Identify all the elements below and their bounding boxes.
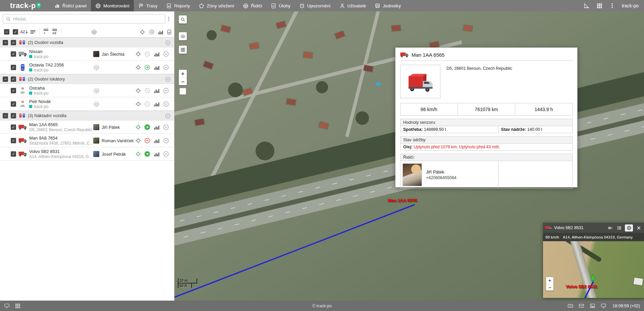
visibility-button[interactable] <box>179 32 187 40</box>
fullscreen-button[interactable] <box>3 302 11 310</box>
panel-button[interactable] <box>566 302 574 310</box>
search-input[interactable] <box>13 16 162 21</box>
follow-button-active[interactable] <box>135 124 141 130</box>
row-checkbox[interactable] <box>11 138 16 143</box>
vehicle-heading-marker[interactable] <box>589 274 596 281</box>
map-mode-button-active[interactable] <box>625 224 633 231</box>
group-header-nakladni-vozidla[interactable]: (3) Nákladní vozidla <box>0 111 174 120</box>
select-all-checkbox[interactable] <box>11 28 19 36</box>
vehicle-row-nissan[interactable]: Nissan track-po Jan Šlechta <box>0 47 174 61</box>
stats-button[interactable] <box>154 64 160 70</box>
chevron-down-icon[interactable] <box>163 138 169 144</box>
zoom-out-button[interactable]: − <box>546 284 553 291</box>
nav-item-monitoring[interactable]: Monitorování <box>91 0 134 11</box>
stats-button[interactable] <box>154 124 160 130</box>
chevron-down-icon[interactable] <box>163 124 169 130</box>
follow-button-active[interactable] <box>135 151 141 157</box>
stats-button[interactable] <box>154 151 160 157</box>
row-checkbox[interactable] <box>11 88 16 93</box>
zoom-out-button[interactable]: − <box>179 77 187 85</box>
drivers-column-button[interactable] <box>90 28 98 36</box>
row-checkbox[interactable] <box>11 124 16 130</box>
grouping-button[interactable] <box>29 28 37 36</box>
vehicle-row-octavia[interactable]: Octavia 7A2 2356 track-po <box>0 61 174 74</box>
follow-button[interactable] <box>135 64 141 70</box>
group-select-checkbox[interactable] <box>11 40 16 45</box>
stats-column-button[interactable] <box>157 28 165 36</box>
details-button[interactable] <box>616 225 623 231</box>
layers-button[interactable] <box>179 46 187 54</box>
expand-list-button[interactable]: + <box>42 28 50 36</box>
group-collapse-checkbox[interactable] <box>3 40 8 45</box>
vehicle-row-volvo[interactable]: Volvo 5B2 8531 A14, Althen-Kleinpösna 04… <box>0 147 174 161</box>
account-name[interactable]: track-po <box>622 3 639 8</box>
chevron-down-icon[interactable] <box>165 113 171 119</box>
collapse-all-checkbox[interactable] <box>3 28 11 36</box>
chevron-down-icon[interactable] <box>165 76 171 82</box>
apps-button[interactable] <box>13 302 21 310</box>
close-button[interactable] <box>635 225 642 231</box>
group-collapse-checkbox[interactable] <box>3 113 8 118</box>
nav-item-drivers[interactable]: Řidiči <box>238 0 266 11</box>
row-checkbox[interactable] <box>11 101 16 107</box>
details-column-button[interactable] <box>165 28 173 36</box>
map-canvas[interactable]: Man 1AA 6565 + − 10 m 50 ft Man 1AA 6565… <box>174 11 644 301</box>
overview-map-toggle[interactable] <box>179 88 186 95</box>
nav-item-units[interactable]: Jednotky <box>370 0 405 11</box>
motion-column-button[interactable] <box>148 28 156 36</box>
group-select-checkbox[interactable] <box>11 113 16 118</box>
chevron-down-icon[interactable] <box>163 151 169 157</box>
follow-button[interactable] <box>135 101 141 107</box>
nav-item-reports[interactable]: Reporty <box>162 0 194 11</box>
group-select-checkbox[interactable] <box>11 76 16 82</box>
nav-item-notifications[interactable]: Upozornění <box>295 0 335 11</box>
chevron-down-icon[interactable] <box>163 101 169 107</box>
nav-item-dashboard[interactable]: Řídící panel <box>50 0 91 11</box>
stats-button[interactable] <box>154 138 160 144</box>
sort-az-button[interactable]: AZ <box>20 28 28 36</box>
driver-avatar <box>93 138 99 144</box>
measure-button[interactable] <box>582 1 591 10</box>
chevron-down-icon[interactable] <box>165 40 171 46</box>
nav-item-tracks[interactable]: Trasy <box>134 0 162 11</box>
locator-row-petr-novak[interactable]: Petr Novák track-po <box>0 97 174 111</box>
zoom-in-button[interactable]: + <box>179 70 187 77</box>
display-button[interactable] <box>599 302 607 310</box>
follow-button[interactable] <box>135 138 141 144</box>
nav-item-tasks[interactable]: Úlohy <box>266 0 295 11</box>
row-checkbox[interactable] <box>11 151 16 157</box>
chevron-down-icon[interactable] <box>163 64 169 70</box>
follow-column-button[interactable] <box>138 28 146 36</box>
follow-button[interactable] <box>135 51 141 57</box>
group-header-osobni-vozidla[interactable]: (2) Osobní vozidla <box>0 38 174 47</box>
row-checkbox[interactable] <box>11 65 16 70</box>
vehicle-row-man-1aa[interactable]: Man 1AA 6565 D5, 26601 Beroun, Czech Rep… <box>0 120 174 134</box>
search-options-button[interactable] <box>165 16 172 21</box>
mini-map[interactable]: Volvo 5B2 8531 + − <box>543 241 644 298</box>
video-button[interactable] <box>607 225 613 231</box>
stats-button[interactable] <box>154 51 160 57</box>
nav-item-users[interactable]: Uživatelé <box>335 0 371 11</box>
row-checkbox[interactable] <box>11 51 16 57</box>
vehicle-row-man-9a8[interactable]: Man 9A8 7654 Strážnická 3438, 27601 Měln… <box>0 134 174 147</box>
group-header-osobni-lokatory[interactable]: (2) Osobní lokátory <box>0 74 174 84</box>
search-box[interactable] <box>3 14 165 23</box>
map-vehicle-label[interactable]: Man 1AA 6565 <box>388 198 417 203</box>
stats-button[interactable] <box>154 101 160 107</box>
group-collapse-checkbox[interactable] <box>3 76 8 82</box>
zoom-in-button[interactable]: + <box>546 277 553 284</box>
messages-button[interactable] <box>577 302 585 310</box>
app-logo[interactable]: track-p <box>0 0 50 11</box>
nav-item-geofences[interactable]: Zóny střežení <box>194 0 238 11</box>
chevron-down-icon[interactable] <box>163 88 169 94</box>
locator-row-ostraha[interactable]: Ostraha track-po <box>0 84 174 97</box>
media-button[interactable] <box>588 302 596 310</box>
map-search-button[interactable] <box>179 15 187 23</box>
follow-button[interactable] <box>135 88 141 94</box>
mini-map-vehicle-label[interactable]: Volvo 5B2 8531 <box>566 284 597 289</box>
chevron-down-icon[interactable] <box>163 51 169 57</box>
stats-button[interactable] <box>154 88 160 94</box>
apps-button[interactable] <box>595 1 604 10</box>
more-menu-button[interactable] <box>607 1 617 10</box>
expand-all-button[interactable]: All <box>51 28 59 36</box>
